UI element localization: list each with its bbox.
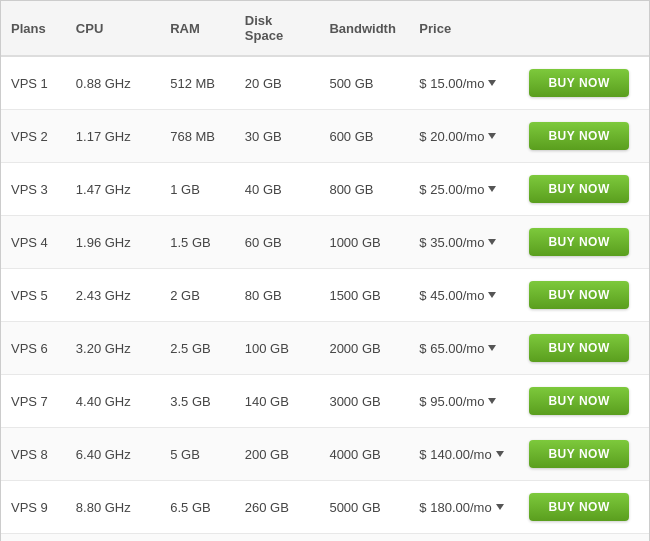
buy-now-button-6[interactable]: BUY NOW xyxy=(529,387,629,415)
cell-bandwidth-3: 1000 GB xyxy=(319,216,409,269)
cell-action-7: BUY NOW xyxy=(519,428,649,481)
cell-plan-9: VPS 10 xyxy=(1,534,66,542)
buy-now-button-8[interactable]: BUY NOW xyxy=(529,493,629,521)
cell-cpu-8: 8.80 GHz xyxy=(66,481,160,534)
price-dropdown-arrow-6[interactable] xyxy=(488,398,496,404)
buy-now-button-3[interactable]: BUY NOW xyxy=(529,228,629,256)
cell-disk-1: 30 GB xyxy=(235,110,320,163)
cell-plan-7: VPS 8 xyxy=(1,428,66,481)
header-cpu: CPU xyxy=(66,1,160,56)
cell-plan-0: VPS 1 xyxy=(1,56,66,110)
cell-price-8: $ 180.00/mo xyxy=(409,481,519,534)
header-price: Price xyxy=(409,1,519,56)
cell-cpu-2: 1.47 GHz xyxy=(66,163,160,216)
cell-plan-5: VPS 6 xyxy=(1,322,66,375)
buy-now-button-5[interactable]: BUY NOW xyxy=(529,334,629,362)
price-value-1: $ 20.00/mo xyxy=(419,129,484,144)
cell-price-2: $ 25.00/mo xyxy=(409,163,519,216)
buy-now-button-7[interactable]: BUY NOW xyxy=(529,440,629,468)
cell-price-4: $ 45.00/mo xyxy=(409,269,519,322)
buy-now-button-0[interactable]: BUY NOW xyxy=(529,69,629,97)
cell-ram-7: 5 GB xyxy=(160,428,235,481)
table-row: VPS 5 2.43 GHz 2 GB 80 GB 1500 GB $ 45.0… xyxy=(1,269,649,322)
price-dropdown-arrow-7[interactable] xyxy=(496,451,504,457)
cell-cpu-6: 4.40 GHz xyxy=(66,375,160,428)
cell-action-9: BUY NOW xyxy=(519,534,649,542)
cell-ram-3: 1.5 GB xyxy=(160,216,235,269)
cell-plan-8: VPS 9 xyxy=(1,481,66,534)
cell-ram-9: 8.5 GB xyxy=(160,534,235,542)
header-bandwidth: Bandwidth xyxy=(319,1,409,56)
cell-action-1: BUY NOW xyxy=(519,110,649,163)
buy-now-button-1[interactable]: BUY NOW xyxy=(529,122,629,150)
table-row: VPS 9 8.80 GHz 6.5 GB 260 GB 5000 GB $ 1… xyxy=(1,481,649,534)
cell-price-6: $ 95.00/mo xyxy=(409,375,519,428)
cell-bandwidth-5: 2000 GB xyxy=(319,322,409,375)
cell-bandwidth-9: 6000 GB xyxy=(319,534,409,542)
cell-disk-6: 140 GB xyxy=(235,375,320,428)
header-ram: RAM xyxy=(160,1,235,56)
cell-disk-0: 20 GB xyxy=(235,56,320,110)
cell-cpu-9: 11.73 GHz xyxy=(66,534,160,542)
price-dropdown-arrow-8[interactable] xyxy=(496,504,504,510)
cell-disk-2: 40 GB xyxy=(235,163,320,216)
cell-disk-7: 200 GB xyxy=(235,428,320,481)
cell-bandwidth-2: 800 GB xyxy=(319,163,409,216)
cell-price-5: $ 65.00/mo xyxy=(409,322,519,375)
cell-bandwidth-4: 1500 GB xyxy=(319,269,409,322)
cell-cpu-1: 1.17 GHz xyxy=(66,110,160,163)
pricing-table: Plans CPU RAM Disk Space Bandwidth Price… xyxy=(0,0,650,541)
cell-price-7: $ 140.00/mo xyxy=(409,428,519,481)
cell-plan-3: VPS 4 xyxy=(1,216,66,269)
price-value-3: $ 35.00/mo xyxy=(419,235,484,250)
price-value-7: $ 140.00/mo xyxy=(419,447,491,462)
buy-now-button-2[interactable]: BUY NOW xyxy=(529,175,629,203)
price-value-2: $ 25.00/mo xyxy=(419,182,484,197)
cell-cpu-0: 0.88 GHz xyxy=(66,56,160,110)
price-value-8: $ 180.00/mo xyxy=(419,500,491,515)
cell-bandwidth-1: 600 GB xyxy=(319,110,409,163)
price-dropdown-arrow-0[interactable] xyxy=(488,80,496,86)
price-value-0: $ 15.00/mo xyxy=(419,76,484,91)
header-action xyxy=(519,1,649,56)
price-dropdown-arrow-3[interactable] xyxy=(488,239,496,245)
table-row: VPS 4 1.96 GHz 1.5 GB 60 GB 1000 GB $ 35… xyxy=(1,216,649,269)
cell-action-2: BUY NOW xyxy=(519,163,649,216)
cell-bandwidth-8: 5000 GB xyxy=(319,481,409,534)
price-dropdown-arrow-4[interactable] xyxy=(488,292,496,298)
cell-ram-6: 3.5 GB xyxy=(160,375,235,428)
cell-bandwidth-7: 4000 GB xyxy=(319,428,409,481)
cell-action-3: BUY NOW xyxy=(519,216,649,269)
table-row: VPS 2 1.17 GHz 768 MB 30 GB 600 GB $ 20.… xyxy=(1,110,649,163)
cell-ram-1: 768 MB xyxy=(160,110,235,163)
cell-cpu-5: 3.20 GHz xyxy=(66,322,160,375)
cell-cpu-7: 6.40 GHz xyxy=(66,428,160,481)
cell-price-0: $ 15.00/mo xyxy=(409,56,519,110)
cell-price-1: $ 20.00/mo xyxy=(409,110,519,163)
cell-ram-8: 6.5 GB xyxy=(160,481,235,534)
cell-bandwidth-0: 500 GB xyxy=(319,56,409,110)
table-row: VPS 8 6.40 GHz 5 GB 200 GB 4000 GB $ 140… xyxy=(1,428,649,481)
cell-ram-2: 1 GB xyxy=(160,163,235,216)
table-row: VPS 3 1.47 GHz 1 GB 40 GB 800 GB $ 25.00… xyxy=(1,163,649,216)
cell-disk-3: 60 GB xyxy=(235,216,320,269)
cell-plan-4: VPS 5 xyxy=(1,269,66,322)
cell-plan-1: VPS 2 xyxy=(1,110,66,163)
cell-plan-2: VPS 3 xyxy=(1,163,66,216)
cell-disk-4: 80 GB xyxy=(235,269,320,322)
cell-action-5: BUY NOW xyxy=(519,322,649,375)
cell-plan-6: VPS 7 xyxy=(1,375,66,428)
price-dropdown-arrow-1[interactable] xyxy=(488,133,496,139)
price-value-6: $ 95.00/mo xyxy=(419,394,484,409)
table-row: VPS 1 0.88 GHz 512 MB 20 GB 500 GB $ 15.… xyxy=(1,56,649,110)
cell-cpu-3: 1.96 GHz xyxy=(66,216,160,269)
cell-bandwidth-6: 3000 GB xyxy=(319,375,409,428)
cell-cpu-4: 2.43 GHz xyxy=(66,269,160,322)
table-row: VPS 10 11.73 GHz 8.5 GB 350 GB 6000 GB $… xyxy=(1,534,649,542)
price-dropdown-arrow-2[interactable] xyxy=(488,186,496,192)
cell-ram-5: 2.5 GB xyxy=(160,322,235,375)
price-dropdown-arrow-5[interactable] xyxy=(488,345,496,351)
buy-now-button-4[interactable]: BUY NOW xyxy=(529,281,629,309)
cell-price-3: $ 35.00/mo xyxy=(409,216,519,269)
cell-action-0: BUY NOW xyxy=(519,56,649,110)
